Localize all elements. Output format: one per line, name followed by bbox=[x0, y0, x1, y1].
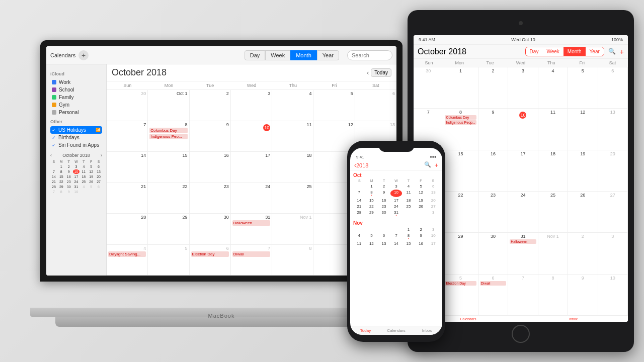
ipad-cell-oct4[interactable]: 4 bbox=[538, 67, 568, 109]
in-14[interactable]: 14 bbox=[390, 241, 403, 246]
in-10[interactable]: 10 bbox=[427, 233, 439, 240]
mc-4[interactable]: 4 bbox=[80, 164, 87, 169]
ipad-cell-oct3[interactable]: 3 bbox=[508, 67, 538, 109]
mc-19[interactable]: 19 bbox=[88, 174, 95, 179]
ipad-cell-oct11[interactable]: 11 bbox=[538, 109, 568, 150]
sidebar-item-birthdays[interactable]: ✓ Birthdays bbox=[50, 134, 102, 141]
im-2[interactable]: 2 bbox=[378, 184, 390, 189]
ipad-cell-oct23[interactable]: 23 bbox=[478, 192, 508, 233]
cell-nov8[interactable]: 8 bbox=[272, 245, 313, 276]
in-8[interactable]: 8 bbox=[403, 233, 415, 240]
cell-nov1[interactable]: Nov 1 bbox=[272, 214, 313, 245]
cell-oct25[interactable]: 25 bbox=[272, 183, 313, 214]
sidebar-item-siri[interactable]: ✓ Siri Found in Apps bbox=[50, 141, 102, 149]
cell-oct28[interactable]: 28 bbox=[107, 214, 148, 245]
cell-nov4[interactable]: 4 Daylight Saving... bbox=[107, 245, 148, 276]
ipad-cell-oct26[interactable]: 26 bbox=[568, 192, 598, 233]
ipad-cell-nov10[interactable]: 10 bbox=[598, 275, 628, 316]
cell-oct22[interactable]: 22 bbox=[148, 183, 189, 214]
ipad-diwali-event[interactable]: Diwali bbox=[480, 281, 506, 286]
im-19[interactable]: 19 bbox=[415, 198, 427, 203]
im-29[interactable]: 29 bbox=[366, 210, 378, 217]
ipad-cell-oct8[interactable]: 8 Columbus Day Indigenous Peop... bbox=[443, 109, 478, 150]
in-4[interactable]: 4 bbox=[353, 233, 365, 240]
im-11[interactable]: 11 bbox=[403, 190, 415, 197]
tab-year[interactable]: Year bbox=[317, 50, 339, 60]
mc-14[interactable]: 14 bbox=[50, 174, 57, 179]
im-6[interactable]: 6 bbox=[427, 184, 439, 189]
cell-nov6[interactable]: 6 Election Day bbox=[190, 245, 231, 276]
mc-2[interactable]: 2 bbox=[65, 164, 72, 169]
cell-oct21[interactable]: 21 bbox=[107, 183, 148, 214]
im-27[interactable]: 27 bbox=[427, 204, 439, 209]
ipad-cell-oct12[interactable]: 12 bbox=[568, 109, 598, 150]
ipad-cell-oct24[interactable]: 24 bbox=[508, 192, 538, 233]
sidebar-item-work[interactable]: Work bbox=[50, 78, 102, 86]
im-23[interactable]: 23 bbox=[378, 204, 390, 209]
ipad-cell-nov9[interactable]: 9 bbox=[568, 275, 598, 316]
mc-15[interactable]: 15 bbox=[58, 174, 65, 179]
sidebar-item-family[interactable]: Family bbox=[50, 94, 102, 101]
ipad-halloween-event[interactable]: Halloween bbox=[510, 239, 536, 244]
im-5[interactable]: 5 bbox=[415, 184, 427, 189]
in-16[interactable]: 16 bbox=[415, 241, 427, 246]
cell-oct18[interactable]: 18 bbox=[272, 152, 313, 183]
prev-arrow[interactable]: ‹ bbox=[367, 69, 369, 76]
ipad-tab-month[interactable]: Month bbox=[564, 47, 586, 56]
ipad-tab-year[interactable]: Year bbox=[586, 47, 604, 56]
cell-oct3[interactable]: 3 bbox=[231, 90, 272, 121]
mc-7[interactable]: 7 bbox=[50, 169, 57, 174]
cell-oct15[interactable]: 15 bbox=[148, 152, 189, 183]
im-10-today[interactable]: 10 bbox=[390, 190, 403, 197]
mc-11[interactable]: 11 bbox=[80, 169, 87, 174]
election-day-event[interactable]: Election Day bbox=[191, 251, 229, 257]
ipad-cell-oct13[interactable]: 13 bbox=[598, 109, 628, 150]
ipad-cell-sep30[interactable]: 30 bbox=[414, 67, 443, 109]
cell-oct31[interactable]: 31 Halloween bbox=[231, 214, 272, 245]
cell-oct30[interactable]: 30 bbox=[190, 214, 231, 245]
columbus-day-event[interactable]: Columbus Day bbox=[149, 128, 187, 133]
ipad-election-event[interactable]: Election Day bbox=[445, 281, 476, 286]
ipad-cell-oct18[interactable]: 18 bbox=[538, 150, 568, 192]
in-15[interactable]: 15 bbox=[403, 241, 415, 246]
in-7[interactable]: 7 bbox=[390, 233, 403, 240]
ipad-inbox-btn[interactable]: Inbox bbox=[521, 317, 626, 321]
im-30[interactable]: 30 bbox=[378, 210, 390, 217]
ipad-cell-oct19[interactable]: 19 bbox=[568, 150, 598, 192]
ipad-cell-nov8[interactable]: 8 bbox=[538, 275, 568, 316]
cell-oct24[interactable]: 24 bbox=[231, 183, 272, 214]
in-13[interactable]: 13 bbox=[378, 241, 390, 246]
ipad-cell-oct15[interactable]: 15 bbox=[443, 150, 478, 192]
im-24[interactable]: 24 bbox=[390, 204, 403, 209]
ipad-cell-oct17[interactable]: 17 bbox=[508, 150, 538, 192]
mc-3[interactable]: 3 bbox=[73, 164, 80, 169]
mc-16[interactable]: 16 bbox=[65, 174, 72, 179]
indigenous-event[interactable]: Indigenous Peo... bbox=[149, 134, 187, 139]
ipad-cell-oct31[interactable]: 31 Halloween bbox=[508, 233, 538, 274]
cell-sep30[interactable]: 30 bbox=[107, 90, 148, 121]
mc-26[interactable]: 26 bbox=[88, 179, 95, 184]
iphone-search-icon[interactable]: 🔍 bbox=[424, 161, 431, 169]
mc-5[interactable]: 5 bbox=[88, 164, 95, 169]
ipad-cell-nov3[interactable]: 3 bbox=[598, 233, 628, 274]
mc-10-today[interactable]: 10 bbox=[73, 169, 80, 174]
tab-day[interactable]: Day bbox=[245, 50, 266, 60]
ipad-tab-week[interactable]: Week bbox=[542, 47, 563, 56]
ipad-cell-oct6[interactable]: 6 bbox=[598, 67, 628, 109]
today-button[interactable]: Today bbox=[371, 68, 391, 77]
in-12[interactable]: 12 bbox=[366, 241, 378, 246]
cell-oct4[interactable]: 4 bbox=[272, 90, 313, 121]
im-13[interactable]: 13 bbox=[427, 190, 439, 197]
cell-oct29[interactable]: 29 bbox=[148, 214, 189, 245]
im-20[interactable]: 20 bbox=[427, 198, 439, 203]
in-6[interactable]: 6 bbox=[378, 233, 390, 240]
cell-oct14[interactable]: 14 bbox=[107, 152, 148, 183]
ipad-cell-nov1[interactable]: Nov 1 bbox=[538, 233, 568, 274]
ipad-columbus-event[interactable]: Columbus Day bbox=[445, 115, 476, 120]
add-calendar-button[interactable]: + bbox=[78, 50, 89, 60]
halloween-event[interactable]: Halloween bbox=[232, 220, 270, 226]
iphone-tab-today[interactable]: Today bbox=[350, 328, 381, 333]
ipad-cell-oct5[interactable]: 5 bbox=[568, 67, 598, 109]
ipad-search-icon[interactable]: 🔍 bbox=[608, 48, 616, 56]
im-31[interactable]: 31 bbox=[390, 210, 403, 217]
